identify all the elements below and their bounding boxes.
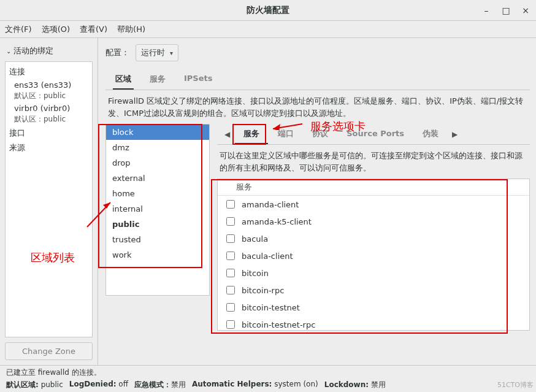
- service-checkbox[interactable]: [226, 252, 235, 260]
- active-bindings-expander[interactable]: ⌄ 活动的绑定: [5, 43, 93, 61]
- tab-ipsets[interactable]: IPSets: [182, 70, 215, 90]
- window-title: 防火墙配置: [0, 5, 536, 16]
- subtab-ports[interactable]: 端口: [269, 125, 302, 144]
- service-checkbox[interactable]: [226, 200, 235, 209]
- service-checkbox[interactable]: [226, 269, 235, 277]
- notebook-sub: ◀ 服务 端口 协议 Source Ports 伪装 ▶: [217, 124, 530, 145]
- binding-sub: 默认区：public: [6, 91, 92, 102]
- right-pane: 配置： 运行时 ▾ 区域 服务 IPSets FirewallD 区域定义了绑定…: [98, 38, 536, 365]
- service-checkbox[interactable]: [226, 303, 235, 312]
- service-checkbox[interactable]: [226, 234, 235, 243]
- zone-item-internal[interactable]: internal: [106, 201, 209, 217]
- bindings-conn-heading: 连接: [6, 64, 92, 79]
- service-row: bitcoin-testnet-rpc: [218, 316, 529, 331]
- service-checkbox[interactable]: [226, 286, 235, 294]
- status-default-zone-value: public: [41, 380, 63, 389]
- config-value: 运行时: [141, 47, 165, 58]
- service-label: bitcoin: [242, 269, 269, 278]
- content: ⌄ 活动的绑定 连接 ens33 (ens33) 默认区：public virb…: [0, 38, 536, 365]
- service-description: 可以在这里定义区域中哪些服务是可信的。可连接至绑定到这个区域的连接、接口和源的所…: [217, 145, 530, 179]
- zone-item-work[interactable]: work: [106, 247, 209, 263]
- left-pane: ⌄ 活动的绑定 连接 ens33 (ens33) 默认区：public virb…: [0, 38, 98, 365]
- zone-item-dmz[interactable]: dmz: [106, 140, 209, 155]
- service-row: amanda-k5-client: [218, 213, 529, 230]
- zone-description: FirewallD 区域定义了绑定的网络连接、接口以及源地址的可信程度。区域是服…: [105, 95, 530, 124]
- minimize-button[interactable]: –: [480, 4, 493, 17]
- zone-item-drop[interactable]: drop: [106, 155, 209, 171]
- service-label: bitcoin-testnet-rpc: [242, 320, 315, 329]
- config-combo[interactable]: 运行时 ▾: [136, 44, 178, 61]
- subtab-masq[interactable]: 伪装: [414, 125, 447, 144]
- menu-view[interactable]: 查看(V): [80, 24, 107, 35]
- status-lockdown-label: Lockdown:: [324, 380, 369, 389]
- tab-zone[interactable]: 区域: [113, 70, 134, 90]
- service-label: amanda-client: [242, 200, 299, 209]
- zone-list: block dmz drop external home internal pu…: [105, 124, 210, 296]
- active-bindings-label: 活动的绑定: [13, 45, 53, 56]
- subtab-source-ports[interactable]: Source Ports: [338, 125, 413, 143]
- bindings-sources-heading: 来源: [6, 140, 92, 155]
- tab-services[interactable]: 服务: [147, 70, 168, 90]
- menu-file[interactable]: 文件(F): [5, 24, 32, 35]
- config-label: 配置：: [105, 47, 129, 58]
- menu-help[interactable]: 帮助(H): [117, 24, 145, 35]
- watermark: 51CTO博客: [497, 380, 534, 390]
- zone-item-home[interactable]: home: [106, 186, 209, 201]
- status-autohelpers-label: Automatic Helpers:: [192, 380, 272, 388]
- binding-item[interactable]: virbr0 (virbr0): [6, 102, 92, 114]
- binding-item[interactable]: ens33 (ens33): [6, 79, 92, 91]
- close-button[interactable]: ×: [519, 4, 532, 17]
- status-lockdown-value: 禁用: [371, 380, 386, 389]
- service-checkbox[interactable]: [226, 217, 235, 226]
- zone-item-block[interactable]: block: [106, 125, 209, 140]
- service-label: amanda-k5-client: [242, 217, 312, 226]
- menubar: 文件(F) 选项(O) 查看(V) 帮助(H): [0, 21, 536, 38]
- maximize-button[interactable]: □: [499, 4, 513, 17]
- titlebar: 防火墙配置 – □ ×: [0, 0, 536, 21]
- service-row: bitcoin-testnet: [218, 299, 529, 316]
- service-row: bitcoin: [218, 264, 529, 282]
- zone-item-trusted[interactable]: trusted: [106, 232, 209, 247]
- service-row: bacula-client: [218, 247, 529, 264]
- service-row: bacula: [218, 230, 529, 247]
- service-row: bitcoin-rpc: [218, 282, 529, 299]
- tab-prev-arrow-icon[interactable]: ◀: [221, 130, 234, 139]
- status-default-zone-label: 默认区域:: [6, 380, 39, 389]
- chevron-down-icon: ⌄: [6, 48, 11, 55]
- service-label: bitcoin-testnet: [242, 303, 300, 312]
- notebook-top: 区域 服务 IPSets: [105, 67, 530, 90]
- bindings-list: 连接 ens33 (ens33) 默认区：public virbr0 (virb…: [5, 61, 93, 337]
- statusbar-connection: 已建立至 firewalld 的连接。: [0, 365, 536, 379]
- status-autohelpers-value: system (on): [274, 380, 318, 388]
- service-list-header: 服务: [218, 179, 529, 196]
- subtab-services[interactable]: 服务: [235, 125, 268, 144]
- service-checkbox[interactable]: [226, 320, 235, 329]
- menu-options[interactable]: 选项(O): [42, 24, 70, 35]
- service-label: bitcoin-rpc: [242, 286, 284, 295]
- zone-right-pane: ◀ 服务 端口 协议 Source Ports 伪装 ▶ 可以在这里定义区域中哪…: [217, 124, 530, 331]
- zone-item-public[interactable]: public: [106, 217, 209, 232]
- binding-sub: 默认区：public: [6, 114, 92, 126]
- chevron-down-icon: ▾: [170, 50, 173, 56]
- status-panic-value: 禁用: [171, 380, 186, 389]
- status-logdenied-label: LogDenied:: [69, 380, 117, 388]
- subtab-protocols[interactable]: 协议: [304, 125, 337, 144]
- statusbar-info: 默认区域: public LogDenied: off 应急模式：禁用 Auto…: [0, 379, 536, 392]
- change-zone-button[interactable]: Change Zone: [5, 342, 93, 360]
- tab-next-arrow-icon[interactable]: ▶: [448, 130, 461, 139]
- service-row: amanda-client: [218, 196, 529, 213]
- service-label: bacula-client: [242, 252, 293, 261]
- status-panic-label: 应急模式：: [134, 380, 171, 389]
- zone-item-external[interactable]: external: [106, 171, 209, 186]
- bindings-iface-heading: 接口: [6, 126, 92, 140]
- service-list: 服务 amanda-client amanda-k5-client bacula…: [217, 179, 530, 331]
- service-label: bacula: [242, 234, 268, 244]
- status-logdenied-value: off: [118, 380, 128, 388]
